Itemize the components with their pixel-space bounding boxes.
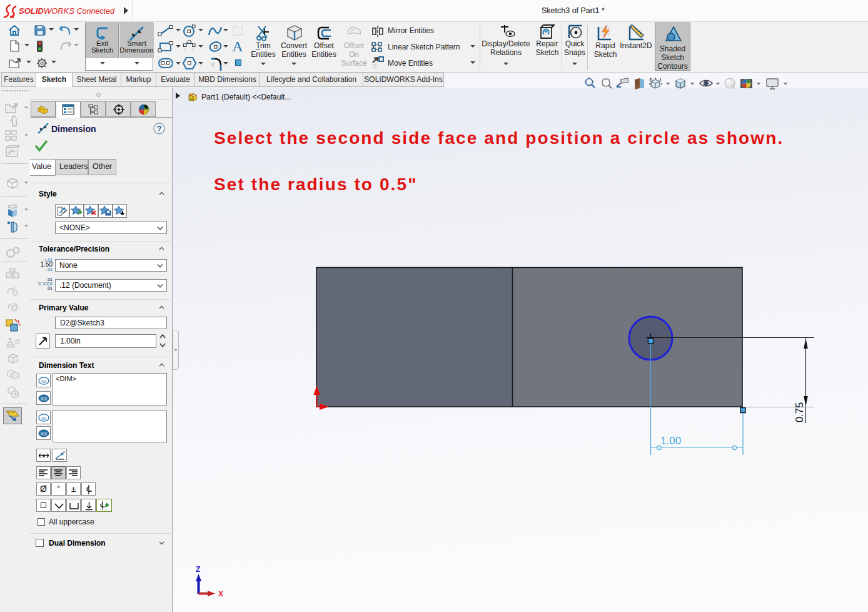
svg-text:XX: XX bbox=[41, 431, 48, 437]
svg-text:?: ? bbox=[157, 124, 162, 133]
svg-text:A: A bbox=[232, 39, 243, 54]
svg-text:xx: xx bbox=[41, 416, 46, 421]
svg-text:1.00: 1.00 bbox=[660, 435, 681, 447]
svg-text:x: x bbox=[42, 452, 45, 459]
svg-text:0.75: 0.75 bbox=[794, 402, 805, 422]
svg-text:X: X bbox=[218, 589, 223, 598]
svg-text:Z: Z bbox=[196, 565, 200, 574]
svg-text:XX: XX bbox=[41, 396, 48, 402]
svg-text:xx: xx bbox=[41, 379, 46, 384]
svg-text:x: x bbox=[63, 451, 65, 454]
